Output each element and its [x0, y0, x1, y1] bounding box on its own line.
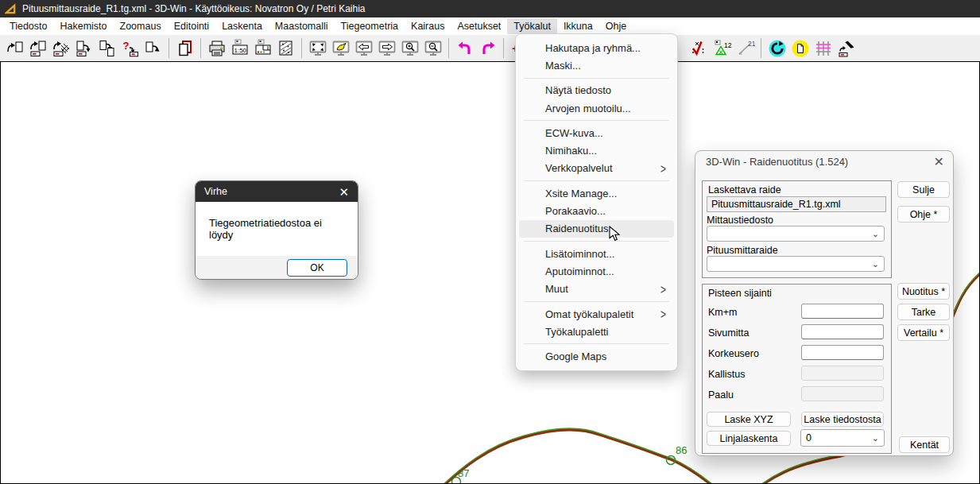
- submenu-arrow-icon: >: [660, 161, 666, 176]
- laske-tiedostosta-button[interactable]: Laske tiedostosta: [801, 412, 884, 427]
- open-hatch-button[interactable]: [50, 37, 72, 59]
- save-copy-button[interactable]: [96, 37, 118, 59]
- vertailu-button[interactable]: Vertailu *: [897, 324, 950, 341]
- toolbar-separator: [503, 38, 504, 58]
- export-file-button[interactable]: [142, 37, 164, 59]
- scale-icon: 1:50: [230, 39, 250, 58]
- linja-combobox[interactable]: 0 ⌄: [800, 429, 885, 447]
- zoom-fit-button[interactable]: [307, 37, 328, 59]
- save-query-button[interactable]: ?: [119, 37, 141, 59]
- menu-maastomalli[interactable]: Maastomalli: [269, 18, 335, 34]
- triangle-model-button[interactable]: 12: [711, 37, 733, 59]
- rotate-view-button[interactable]: [766, 37, 788, 59]
- sulje-button[interactable]: Sulje: [897, 181, 950, 198]
- menu-item-verkkopalvelut[interactable]: Verkkopalvelut>: [519, 160, 674, 177]
- menu-item-aputoiminnot[interactable]: Aputoiminnot...: [519, 262, 674, 280]
- mittaustiedosto-label: Mittaustiedosto: [707, 215, 773, 226]
- error-dialog-title: Virhe: [204, 186, 227, 197]
- point-label-87: 87: [458, 467, 469, 479]
- svg-text:12: 12: [724, 41, 732, 49]
- menu-tiedosto[interactable]: Tiedosto: [3, 18, 53, 34]
- ok-button[interactable]: OK: [287, 259, 347, 277]
- zoom-out-icon: [424, 39, 443, 58]
- kallistus-input: [801, 366, 884, 381]
- zoom-in-button[interactable]: [399, 37, 420, 59]
- kentat-button[interactable]: Kentät: [899, 436, 950, 453]
- sivumitta-input[interactable]: [801, 324, 884, 339]
- menu-item-label: Xsite Manage...: [545, 188, 617, 199]
- save-file-disk-button[interactable]: [73, 37, 95, 59]
- error-dialog-footer: OK: [196, 256, 358, 279]
- open-file-button[interactable]: [4, 37, 25, 59]
- menu-item-porakaavio[interactable]: Porakaavio...: [519, 202, 674, 219]
- zoom-fit-icon: [308, 39, 327, 58]
- toolbar-separator: [168, 38, 169, 58]
- menu-hakemisto[interactable]: Hakemisto: [53, 18, 113, 34]
- triangle-model-icon: 12: [713, 39, 732, 58]
- menu-ty-kalut[interactable]: Työkalut: [507, 18, 557, 34]
- menu-asetukset[interactable]: Asetukset: [451, 18, 507, 34]
- close-icon[interactable]: ✕: [339, 186, 349, 198]
- view-prev-button[interactable]: [353, 37, 374, 59]
- redo-button[interactable]: [477, 37, 498, 59]
- laske-xyz-button[interactable]: Laske XYZ: [707, 412, 791, 427]
- menu-item-omat-ty-kalupaletit[interactable]: Omat työkalupaletit>: [519, 305, 674, 323]
- menu-item-hakutapa-ja-ryhm[interactable]: Hakutapa ja ryhmä...: [519, 39, 674, 56]
- menu-ohje[interactable]: Ohje: [599, 18, 633, 34]
- menu-item-ty-kalupaletti[interactable]: Työkalupaletti: [519, 323, 674, 340]
- grid-button[interactable]: [812, 37, 834, 59]
- open-file-disk-button[interactable]: [27, 37, 48, 59]
- menu-item-n-yt-tiedosto[interactable]: Näytä tiedosto: [519, 82, 674, 99]
- menu-item-nimihaku[interactable]: Nimihaku...: [519, 141, 674, 159]
- hatch-page-button[interactable]: [275, 37, 296, 59]
- km-m-input[interactable]: [801, 304, 884, 319]
- zoom-out-button[interactable]: [422, 37, 444, 59]
- menu-item-lis-toiminnot[interactable]: Lisätoiminnot...: [519, 245, 674, 262]
- open-hatch-icon: [52, 39, 71, 58]
- menu-item-label: Työkalupaletti: [545, 326, 609, 338]
- print-button[interactable]: [206, 37, 227, 59]
- menu-ikkuna[interactable]: Ikkuna: [557, 18, 599, 34]
- tarke-button[interactable]: Tarke: [897, 304, 950, 320]
- code-check-button[interactable]: [688, 37, 710, 59]
- close-icon[interactable]: ✕: [934, 154, 944, 169]
- toolbar-separator: [301, 38, 302, 58]
- menu-kairaus[interactable]: Kairaus: [405, 18, 451, 34]
- window-title: Pituusmittausraide_R1.tg.xml - 3D-Win - …: [22, 3, 366, 14]
- menu-item-label: Muut: [545, 283, 568, 295]
- kallistus-label: Kallistus: [708, 369, 746, 380]
- pan-button[interactable]: [330, 37, 351, 59]
- active-file-button[interactable]: [789, 37, 811, 59]
- menu-tiegeometria[interactable]: Tiegeometria: [335, 18, 405, 34]
- svg-text:?: ?: [122, 40, 129, 52]
- menu-item-label: Lisätoiminnot...: [545, 248, 614, 260]
- menu-laskenta[interactable]: Laskenta: [215, 18, 269, 34]
- menu-item-google-maps[interactable]: Google Maps: [519, 347, 674, 365]
- line-calc-button[interactable]: 21: [734, 37, 756, 59]
- pituusmittaraide-combobox[interactable]: ⌄: [707, 256, 885, 272]
- menu-zoomaus[interactable]: Zoomaus: [114, 18, 168, 34]
- chevron-down-icon: ⌄: [872, 259, 879, 269]
- mittaustiedosto-combobox[interactable]: ⌄: [707, 226, 885, 242]
- error-dialog-titlebar[interactable]: Virhe ✕: [196, 181, 358, 202]
- coord-window-button[interactable]: [252, 37, 273, 59]
- nuotitus-button[interactable]: Nuotitus *: [897, 283, 950, 300]
- menu-item-raidenuotitus[interactable]: Raidenuotitus...: [519, 220, 674, 238]
- ohje-button[interactable]: Ohje *: [897, 206, 950, 223]
- file-stack-button[interactable]: [174, 37, 196, 59]
- menu-item-label: Nimihaku...: [545, 145, 597, 157]
- scale-button[interactable]: 1:50: [229, 37, 250, 59]
- svg-text:21: 21: [748, 39, 755, 47]
- zoom-in-icon: [401, 39, 420, 58]
- view-next-button[interactable]: [376, 37, 397, 59]
- linjalaskenta-button[interactable]: Linjalaskenta: [707, 431, 791, 446]
- menu-item-xsite-manage[interactable]: Xsite Manage...: [519, 184, 674, 202]
- draw-tool-button[interactable]: [835, 37, 857, 59]
- menu-item-muut[interactable]: Muut>: [519, 281, 674, 298]
- menu-item-ecw-kuva[interactable]: ECW-kuva...: [519, 124, 674, 141]
- undo-button[interactable]: [454, 37, 475, 59]
- korkeusero-input[interactable]: [801, 345, 884, 360]
- menu-item-maski[interactable]: Maski...: [519, 56, 674, 74]
- menu-item-arvojen-muotoilu[interactable]: Arvojen muotoilu...: [519, 99, 674, 117]
- menu-editointi[interactable]: Editointi: [168, 18, 215, 34]
